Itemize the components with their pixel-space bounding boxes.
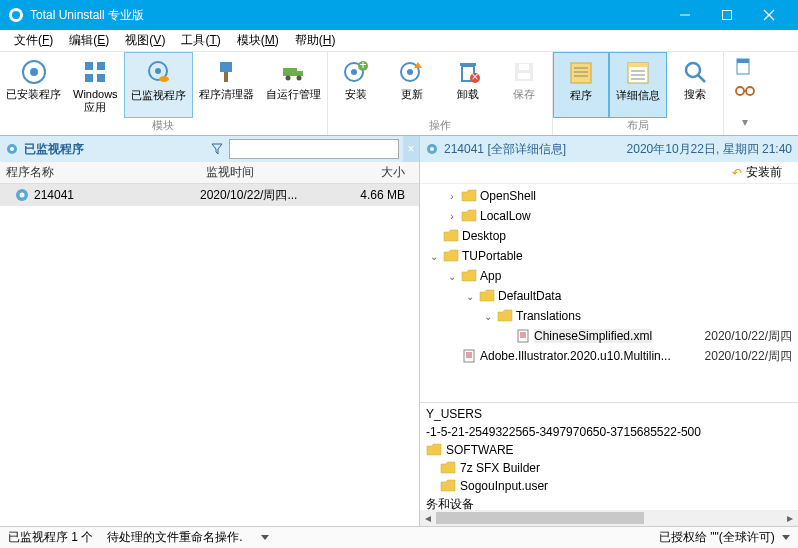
uninstall-button[interactable]: ×卸载 xyxy=(440,52,496,118)
registry-line[interactable]: SogouInput.user xyxy=(424,477,794,495)
license-dropdown-icon[interactable] xyxy=(782,535,790,540)
svg-rect-34 xyxy=(571,63,591,83)
svg-point-14 xyxy=(159,76,169,82)
installed-programs-button[interactable]: 已安装程序 xyxy=(0,52,67,118)
search-button[interactable]: 搜索 xyxy=(667,52,723,118)
monitored-programs-button[interactable]: 已监视程序 xyxy=(124,52,193,118)
menu-v[interactable]: 视图(V) xyxy=(117,30,173,51)
tree-header-label: 安装前 xyxy=(746,164,782,181)
menu-h[interactable]: 帮助(H) xyxy=(287,30,344,51)
menu-m[interactable]: 模块(M) xyxy=(229,30,287,51)
search-input[interactable] xyxy=(229,139,399,159)
svg-rect-18 xyxy=(297,71,303,76)
selected-info: 214041 [全部详细信息] xyxy=(444,141,566,158)
svg-rect-16 xyxy=(224,72,228,82)
svg-point-48 xyxy=(746,87,754,95)
list-item[interactable]: 214041 2020/10/22/周四... 4.66 MB xyxy=(0,184,419,206)
svg-rect-8 xyxy=(85,62,93,70)
toggle-icon[interactable]: ⌄ xyxy=(428,251,440,262)
search-icon xyxy=(681,58,709,86)
save-button[interactable]: 保存 xyxy=(496,52,552,118)
minimize-button[interactable] xyxy=(664,0,706,30)
toggle-icon[interactable]: › xyxy=(446,191,458,202)
windows-apps-button[interactable]: Windows应用 xyxy=(67,52,124,118)
svg-point-1 xyxy=(12,11,20,19)
maximize-button[interactable] xyxy=(706,0,748,30)
filter-icon[interactable] xyxy=(209,141,225,157)
tree-node[interactable]: ›OpenShell xyxy=(420,186,798,206)
node-name: OpenShell xyxy=(480,189,536,203)
tree-node[interactable]: ⌄DefaultData xyxy=(420,286,798,306)
info-row: 已监视程序 × 214041 [全部详细信息] 2020年10月22日, 星期四… xyxy=(0,136,798,162)
registry-line[interactable]: 7z SFX Builder xyxy=(424,459,794,477)
svg-rect-39 xyxy=(628,63,648,67)
toggle-icon[interactable]: ⌄ xyxy=(446,271,458,282)
menu-e[interactable]: 编辑(E) xyxy=(61,30,117,51)
item-icon xyxy=(424,141,440,157)
tree-node[interactable]: ChineseSimplified.xml2020/10/22/周四 xyxy=(420,326,798,346)
registry-line[interactable]: SOFTWARE xyxy=(424,441,794,459)
svg-point-19 xyxy=(286,76,291,81)
svg-rect-33 xyxy=(519,64,529,70)
close-button[interactable] xyxy=(748,0,790,30)
toggle-icon[interactable]: ⌄ xyxy=(464,291,476,302)
svg-rect-15 xyxy=(220,62,232,72)
tree-header: ↶ 安装前 xyxy=(420,162,798,184)
node-name: Desktop xyxy=(462,229,506,243)
panel-title: 已监视程序 xyxy=(24,141,84,158)
tree-node[interactable]: Desktop xyxy=(420,226,798,246)
col-size[interactable]: 大小 xyxy=(340,164,419,181)
svg-rect-28 xyxy=(460,63,476,66)
tree-node[interactable]: ⌄Translations xyxy=(420,306,798,326)
svg-point-20 xyxy=(297,76,302,81)
registry-line[interactable]: -1-5-21-2549322565-3497970650-3715685522… xyxy=(424,423,794,441)
svg-rect-60 xyxy=(464,350,474,362)
group-label: 模块 xyxy=(152,118,174,135)
list-icon xyxy=(624,59,652,87)
node-name: Adobe.Illustrator.2020.u10.Multilin... xyxy=(480,349,671,363)
toggle-icon[interactable]: ⌄ xyxy=(482,311,494,322)
status-dropdown-icon[interactable] xyxy=(261,535,269,540)
program-time: 2020/10/22/周四... xyxy=(200,187,340,204)
tree-node[interactable]: ›LocalLow xyxy=(420,206,798,226)
toggle-icon[interactable]: › xyxy=(446,211,458,222)
tree-node[interactable]: Adobe.Illustrator.2020.u10.Multilin...20… xyxy=(420,346,798,366)
save-icon xyxy=(510,58,538,86)
undo-icon: ↶ xyxy=(732,166,742,180)
details-button[interactable]: 详细信息 xyxy=(609,52,667,118)
registry-line[interactable]: Y_USERS xyxy=(424,405,794,423)
update-button[interactable]: 更新 xyxy=(384,52,440,118)
menu-t[interactable]: 工具(T) xyxy=(173,30,228,51)
tree-node[interactable]: ⌄TUPortable xyxy=(420,246,798,266)
list-header: 程序名称 监视时间 大小 xyxy=(0,162,419,184)
node-name: LocalLow xyxy=(480,209,531,223)
details-icon xyxy=(567,59,595,87)
svg-line-44 xyxy=(698,75,705,82)
left-panel-header: 已监视程序 × xyxy=(0,136,420,162)
brush-icon xyxy=(212,58,240,86)
group-label: 布局 xyxy=(627,118,649,135)
horizontal-scrollbar[interactable]: ◂▸ xyxy=(420,510,798,526)
svg-point-55 xyxy=(20,193,25,198)
svg-point-22 xyxy=(351,69,357,75)
menu-f[interactable]: 文件(F) xyxy=(6,30,61,51)
cleaner-button[interactable]: 程序清理器 xyxy=(193,52,260,118)
ribbon-dropdown[interactable]: ▾ xyxy=(734,115,756,129)
node-name: DefaultData xyxy=(498,289,561,303)
title-bar: Total Uninstall 专业版 xyxy=(0,0,798,30)
list-body: 214041 2020/10/22/周四... 4.66 MB xyxy=(0,184,419,526)
programs-list-pane: 程序名称 监视时间 大小 214041 2020/10/22/周四... 4.6… xyxy=(0,162,420,526)
col-name[interactable]: 程序名称 xyxy=(0,164,200,181)
node-date: 2020/10/22/周四 xyxy=(705,348,798,365)
tree-node[interactable]: ⌄App xyxy=(420,266,798,286)
col-time[interactable]: 监视时间 xyxy=(200,164,340,181)
programs-button[interactable]: 程序 xyxy=(553,52,609,118)
glasses-icon[interactable] xyxy=(734,84,756,101)
status-count: 已监视程序 1 个 xyxy=(8,529,107,546)
svg-rect-56 xyxy=(518,330,528,342)
truck-icon xyxy=(279,58,307,86)
clear-search-button[interactable]: × xyxy=(403,136,419,162)
install-button[interactable]: +安装 xyxy=(328,52,384,118)
doc-icon[interactable] xyxy=(734,58,756,79)
autorun-button[interactable]: 自运行管理 xyxy=(260,52,327,118)
